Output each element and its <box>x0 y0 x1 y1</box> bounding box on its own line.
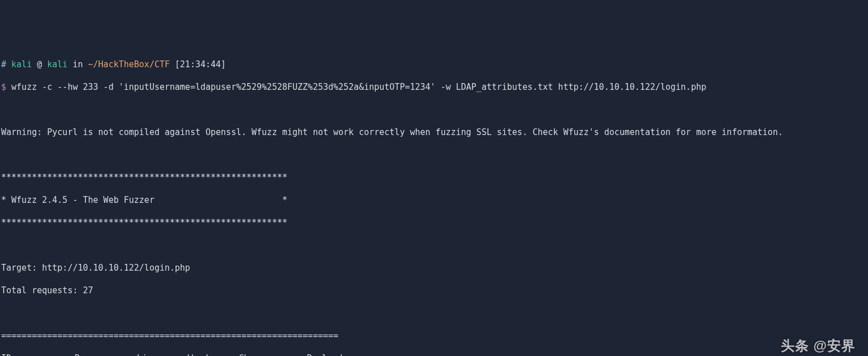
target-line: Target: http://10.10.10.122/login.php <box>1 262 867 273</box>
dollar-symbol: $ <box>1 82 6 92</box>
prompt-time: [21:34:44] <box>175 59 226 70</box>
col-response: Response <box>75 353 137 356</box>
prompt-line-1: # kali @ kali in ~/HackTheBox/CTF [21:34… <box>1 59 867 70</box>
target-value: http://10.10.10.122/login.php <box>42 263 190 273</box>
table-header: IDResponseLinesWordCharsPayload <box>1 353 867 356</box>
blank-line <box>1 104 867 115</box>
watermark: 头条 @安界 <box>781 340 856 351</box>
prompt-host: kali <box>47 59 67 70</box>
col-payload: Payload <box>307 353 342 356</box>
prompt-line-2: $ wfuzz -c --hw 233 -d 'inputUsername=ld… <box>1 81 867 93</box>
banner-title: * Wfuzz 2.4.5 - The Web Fuzzer * <box>1 194 867 206</box>
blank-line <box>1 240 867 251</box>
col-id: ID <box>1 353 75 356</box>
terminal[interactable]: # kali @ kali in ~/HackTheBox/CTF [21:34… <box>0 45 868 356</box>
col-word: Word <box>188 353 239 356</box>
in-word: in <box>72 59 83 70</box>
blank-line <box>1 149 867 160</box>
col-lines: Lines <box>137 353 188 356</box>
hash-symbol: # <box>1 59 6 70</box>
at-symbol: @ <box>37 59 42 70</box>
prompt-user: kali <box>11 59 32 70</box>
blank-line <box>1 307 867 319</box>
total-requests-line: Total requests: 27 <box>1 285 867 296</box>
target-label: Target: <box>1 263 42 273</box>
banner-stars-top: ****************************************… <box>1 172 867 183</box>
separator-top: ========================================… <box>1 330 867 341</box>
col-chars: Chars <box>239 353 307 356</box>
banner-stars-bottom: ****************************************… <box>1 217 867 228</box>
warning-line: Warning: Pycurl is not compiled against … <box>1 127 867 138</box>
command-text: wfuzz -c --hw 233 -d 'inputUsername=ldap… <box>11 82 706 92</box>
prompt-path: ~/HackTheBox/CTF <box>88 59 170 70</box>
